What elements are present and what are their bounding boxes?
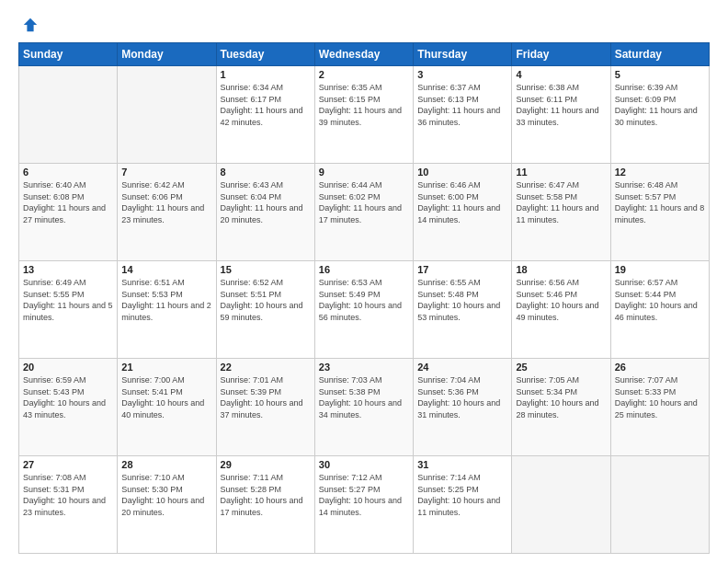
logo-icon [22,17,39,33]
calendar-header-monday: Monday [118,43,216,66]
day-info: Sunrise: 7:07 AM Sunset: 5:33 PM Dayligh… [615,374,705,420]
day-info: Sunrise: 7:01 AM Sunset: 5:39 PM Dayligh… [221,374,311,420]
day-info: Sunrise: 6:47 AM Sunset: 5:58 PM Dayligh… [516,179,606,225]
day-info: Sunrise: 7:14 AM Sunset: 5:25 PM Dayligh… [417,472,507,518]
calendar-header-tuesday: Tuesday [216,43,314,66]
svg-marker-0 [24,18,37,31]
day-number: 25 [516,362,606,373]
calendar-cell: 11Sunrise: 6:47 AM Sunset: 5:58 PM Dayli… [512,164,610,261]
calendar-cell [610,456,709,554]
calendar-cell: 29Sunrise: 7:11 AM Sunset: 5:28 PM Dayli… [216,456,314,554]
day-number: 28 [121,459,211,470]
day-info: Sunrise: 6:46 AM Sunset: 6:00 PM Dayligh… [417,179,507,225]
calendar-week-row: 13Sunrise: 6:49 AM Sunset: 5:55 PM Dayli… [19,261,710,359]
calendar-cell: 8Sunrise: 6:43 AM Sunset: 6:04 PM Daylig… [216,164,314,261]
day-info: Sunrise: 6:44 AM Sunset: 6:02 PM Dayligh… [319,179,409,225]
calendar-table: SundayMondayTuesdayWednesdayThursdayFrid… [18,42,710,554]
day-number: 19 [615,264,705,275]
day-number: 12 [615,167,705,178]
calendar-cell: 15Sunrise: 6:52 AM Sunset: 5:51 PM Dayli… [216,261,314,359]
page: SundayMondayTuesdayWednesdayThursdayFrid… [0,0,728,563]
calendar-cell: 31Sunrise: 7:14 AM Sunset: 5:25 PM Dayli… [414,456,512,554]
calendar-cell: 14Sunrise: 6:51 AM Sunset: 5:53 PM Dayli… [118,261,216,359]
calendar-week-row: 20Sunrise: 6:59 AM Sunset: 5:43 PM Dayli… [19,359,710,456]
calendar-cell: 21Sunrise: 7:00 AM Sunset: 5:41 PM Dayli… [118,359,216,456]
calendar-cell [118,66,216,164]
day-info: Sunrise: 6:35 AM Sunset: 6:15 PM Dayligh… [319,82,409,128]
day-number: 20 [23,362,113,373]
calendar-cell: 24Sunrise: 7:04 AM Sunset: 5:36 PM Dayli… [414,359,512,456]
logo [18,17,39,33]
day-number: 24 [417,362,507,373]
day-number: 22 [221,362,311,373]
calendar-cell: 22Sunrise: 7:01 AM Sunset: 5:39 PM Dayli… [216,359,314,456]
day-info: Sunrise: 6:59 AM Sunset: 5:43 PM Dayligh… [23,374,113,420]
day-number: 26 [615,362,705,373]
calendar-header-wednesday: Wednesday [314,43,413,66]
day-info: Sunrise: 7:10 AM Sunset: 5:30 PM Dayligh… [121,472,211,518]
calendar-cell [19,66,118,164]
day-info: Sunrise: 6:39 AM Sunset: 6:09 PM Dayligh… [615,82,705,128]
day-number: 5 [615,69,705,80]
day-number: 31 [417,459,507,470]
calendar-cell: 2Sunrise: 6:35 AM Sunset: 6:15 PM Daylig… [314,66,413,164]
day-info: Sunrise: 6:56 AM Sunset: 5:46 PM Dayligh… [516,277,606,323]
day-info: Sunrise: 7:00 AM Sunset: 5:41 PM Dayligh… [121,374,211,420]
calendar-cell: 25Sunrise: 7:05 AM Sunset: 5:34 PM Dayli… [512,359,610,456]
calendar-cell: 19Sunrise: 6:57 AM Sunset: 5:44 PM Dayli… [610,261,709,359]
calendar-cell: 28Sunrise: 7:10 AM Sunset: 5:30 PM Dayli… [118,456,216,554]
day-number: 30 [319,459,409,470]
calendar-cell: 23Sunrise: 7:03 AM Sunset: 5:38 PM Dayli… [314,359,413,456]
day-info: Sunrise: 6:57 AM Sunset: 5:44 PM Dayligh… [615,277,705,323]
day-number: 13 [23,264,113,275]
calendar-header-row: SundayMondayTuesdayWednesdayThursdayFrid… [19,43,710,66]
day-number: 3 [417,69,507,80]
day-info: Sunrise: 7:12 AM Sunset: 5:27 PM Dayligh… [319,472,409,518]
day-info: Sunrise: 6:51 AM Sunset: 5:53 PM Dayligh… [121,277,211,323]
calendar-week-row: 1Sunrise: 6:34 AM Sunset: 6:17 PM Daylig… [19,66,710,164]
day-number: 27 [23,459,113,470]
calendar-cell: 13Sunrise: 6:49 AM Sunset: 5:55 PM Dayli… [19,261,118,359]
header [18,17,710,33]
calendar-cell: 16Sunrise: 6:53 AM Sunset: 5:49 PM Dayli… [314,261,413,359]
calendar-header-thursday: Thursday [414,43,512,66]
day-info: Sunrise: 7:04 AM Sunset: 5:36 PM Dayligh… [417,374,507,420]
calendar-cell: 27Sunrise: 7:08 AM Sunset: 5:31 PM Dayli… [19,456,118,554]
day-info: Sunrise: 6:43 AM Sunset: 6:04 PM Dayligh… [221,179,311,225]
day-info: Sunrise: 6:37 AM Sunset: 6:13 PM Dayligh… [417,82,507,128]
calendar-header-sunday: Sunday [19,43,118,66]
calendar-cell: 5Sunrise: 6:39 AM Sunset: 6:09 PM Daylig… [610,66,709,164]
day-info: Sunrise: 7:08 AM Sunset: 5:31 PM Dayligh… [23,472,113,518]
day-number: 8 [221,167,311,178]
day-number: 29 [221,459,311,470]
calendar-header-friday: Friday [512,43,610,66]
day-info: Sunrise: 6:42 AM Sunset: 6:06 PM Dayligh… [121,179,211,225]
calendar-cell: 7Sunrise: 6:42 AM Sunset: 6:06 PM Daylig… [118,164,216,261]
calendar-cell: 6Sunrise: 6:40 AM Sunset: 6:08 PM Daylig… [19,164,118,261]
day-number: 21 [121,362,211,373]
day-number: 9 [319,167,409,178]
calendar-cell: 17Sunrise: 6:55 AM Sunset: 5:48 PM Dayli… [414,261,512,359]
calendar-cell: 26Sunrise: 7:07 AM Sunset: 5:33 PM Dayli… [610,359,709,456]
calendar-week-row: 27Sunrise: 7:08 AM Sunset: 5:31 PM Dayli… [19,456,710,554]
day-info: Sunrise: 6:52 AM Sunset: 5:51 PM Dayligh… [221,277,311,323]
calendar-header-saturday: Saturday [610,43,709,66]
day-number: 14 [121,264,211,275]
day-number: 1 [221,69,311,80]
calendar-cell [512,456,610,554]
day-info: Sunrise: 6:40 AM Sunset: 6:08 PM Dayligh… [23,179,113,225]
day-number: 6 [23,167,113,178]
day-info: Sunrise: 6:48 AM Sunset: 5:57 PM Dayligh… [615,179,705,225]
day-info: Sunrise: 6:55 AM Sunset: 5:48 PM Dayligh… [417,277,507,323]
day-number: 10 [417,167,507,178]
calendar-cell: 3Sunrise: 6:37 AM Sunset: 6:13 PM Daylig… [414,66,512,164]
day-info: Sunrise: 6:34 AM Sunset: 6:17 PM Dayligh… [221,82,311,128]
day-info: Sunrise: 6:53 AM Sunset: 5:49 PM Dayligh… [319,277,409,323]
day-number: 7 [121,167,211,178]
calendar-cell: 12Sunrise: 6:48 AM Sunset: 5:57 PM Dayli… [610,164,709,261]
calendar-cell: 30Sunrise: 7:12 AM Sunset: 5:27 PM Dayli… [314,456,413,554]
day-info: Sunrise: 6:38 AM Sunset: 6:11 PM Dayligh… [516,82,606,128]
day-number: 23 [319,362,409,373]
calendar-cell: 9Sunrise: 6:44 AM Sunset: 6:02 PM Daylig… [314,164,413,261]
day-number: 15 [221,264,311,275]
